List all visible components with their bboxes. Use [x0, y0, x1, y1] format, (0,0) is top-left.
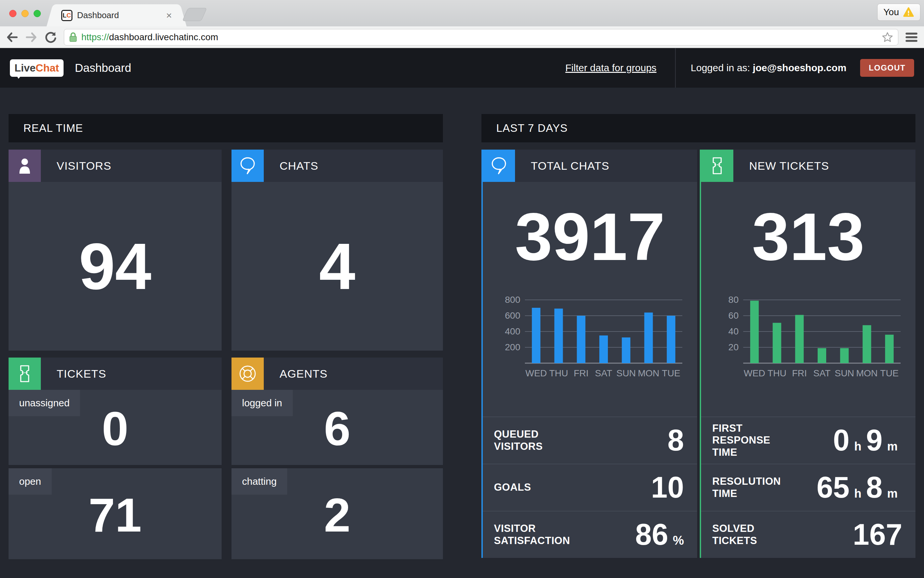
- logout-button[interactable]: LOGOUT: [860, 59, 914, 77]
- first-response-time-row: FIRST RESPONSE TIME 0h9m: [701, 417, 916, 464]
- chat-bubble-icon: [483, 149, 515, 182]
- browser-menu-icon[interactable]: [905, 32, 918, 42]
- total-chats-column: TOTAL CHATS 3917 200400600800WEDTHUFRISA…: [481, 149, 697, 558]
- svg-text:THU: THU: [768, 368, 787, 378]
- header-divider: [675, 48, 676, 88]
- tickets-tile: TICKETS unassigned 0 open 71: [8, 357, 222, 559]
- real-time-panel: REAL TIME VISITORS 94 CHATS 4: [8, 114, 443, 559]
- queued-visitors-label: QUEUED VISITORS: [494, 429, 667, 453]
- back-button[interactable]: [6, 32, 18, 43]
- svg-text:FRI: FRI: [574, 368, 589, 378]
- url-scheme: https://: [81, 32, 109, 42]
- svg-text:400: 400: [505, 326, 520, 336]
- solved-tickets-row: SOLVED TICKETS 167: [701, 511, 916, 558]
- livechat-logo: LiveChat: [10, 59, 63, 77]
- svg-text:SUN: SUN: [617, 368, 636, 378]
- reload-button[interactable]: [44, 31, 57, 44]
- agents-tile: AGENTS logged in 6 chatting 2: [231, 357, 443, 559]
- solved-tickets-value: 167: [853, 518, 902, 552]
- resolution-time-value: 65h8m: [817, 471, 902, 505]
- solved-tickets-label: SOLVED TICKETS: [712, 523, 853, 547]
- svg-text:MON: MON: [638, 368, 659, 378]
- address-bar[interactable]: https://dashboard.livechatinc.com: [64, 29, 898, 45]
- new-tickets-column: NEW TICKETS 313 20406080WEDTHUFRISATSUNM…: [700, 149, 916, 558]
- tickets-unassigned-badge: unassigned: [8, 390, 80, 416]
- url-text: https://dashboard.livechatinc.com: [81, 32, 218, 42]
- filter-data-for-groups-link[interactable]: Filter data for groups: [565, 62, 657, 73]
- visitor-satisfaction-label: VISITOR SATISFACTION: [494, 523, 635, 547]
- close-tab-icon[interactable]: ×: [166, 11, 172, 20]
- agents-tile-label: AGENTS: [280, 367, 328, 380]
- svg-text:800: 800: [505, 295, 520, 305]
- visitor-satisfaction-row: VISITOR SATISFACTION 86%: [483, 511, 697, 558]
- browser-tab[interactable]: LC Dashboard ×: [55, 4, 178, 26]
- new-tickets-label: NEW TICKETS: [749, 159, 829, 172]
- last-7-days-panel-title: LAST 7 DAYS: [481, 114, 916, 142]
- resolution-time-label: RESOLUTION TIME: [712, 476, 817, 500]
- new-tickets-chart: 20406080WEDTHUFRISATSUNMONTUE: [701, 291, 916, 388]
- window-controls: [9, 10, 41, 17]
- first-response-time-value: 0h9m: [833, 424, 902, 457]
- svg-text:600: 600: [505, 310, 520, 321]
- dashboard-content: REAL TIME VISITORS 94 CHATS 4: [0, 88, 924, 559]
- svg-text:WED: WED: [525, 368, 547, 378]
- forward-button[interactable]: [25, 32, 37, 43]
- agents-chatting-badge: chatting: [231, 468, 287, 495]
- new-tab-button[interactable]: [182, 8, 207, 21]
- url-host: dashboard.livechatinc.com: [109, 32, 218, 42]
- svg-text:WED: WED: [744, 368, 765, 378]
- goals-value: 10: [651, 471, 684, 505]
- tickets-unassigned-row: unassigned 0: [8, 390, 222, 465]
- logged-in-as-text: Logged in as: joe@shoeshop.com: [691, 62, 846, 73]
- svg-text:TUE: TUE: [880, 368, 899, 378]
- browser-tab-strip: LC Dashboard × You: [0, 0, 924, 26]
- goals-row: GOALS 10: [483, 464, 697, 511]
- svg-text:MON: MON: [856, 368, 877, 378]
- svg-text:SAT: SAT: [813, 368, 830, 378]
- tickets-tile-label: TICKETS: [57, 367, 106, 380]
- svg-text:SUN: SUN: [835, 368, 854, 378]
- new-tickets-count: 313: [701, 182, 916, 291]
- ssl-lock-icon: [69, 32, 78, 42]
- visitors-tile-label: VISITORS: [57, 159, 111, 172]
- close-window-button[interactable]: [9, 10, 16, 17]
- first-response-time-label: FIRST RESPONSE TIME: [712, 422, 833, 459]
- chats-tile-label: CHATS: [280, 159, 319, 172]
- bookmark-star-icon[interactable]: [882, 31, 893, 43]
- last-7-days-panel: LAST 7 DAYS TOTAL CHATS 3917 20040060080…: [481, 114, 916, 559]
- page-title: Dashboard: [75, 61, 131, 75]
- svg-text:SAT: SAT: [595, 368, 612, 378]
- agents-logged-in-row: logged in 6: [231, 390, 443, 465]
- total-chats-count: 3917: [483, 182, 697, 291]
- svg-text:TUE: TUE: [662, 368, 680, 378]
- svg-text:60: 60: [728, 310, 739, 321]
- lifebuoy-icon: [231, 357, 264, 390]
- tickets-open-badge: open: [8, 468, 52, 495]
- total-chats-chart: 200400600800WEDTHUFRISATSUNMONTUE: [483, 291, 697, 388]
- queued-visitors-value: 8: [667, 424, 684, 457]
- app-header: LiveChat Dashboard Filter data for group…: [0, 48, 924, 88]
- bar-chart-svg: 200400600800WEDTHUFRISATSUNMONTUE: [483, 291, 697, 388]
- svg-text:200: 200: [505, 342, 520, 352]
- svg-text:40: 40: [728, 326, 739, 336]
- svg-text:THU: THU: [549, 368, 568, 378]
- svg-text:80: 80: [728, 295, 739, 305]
- profile-you-badge[interactable]: You: [877, 3, 921, 21]
- svg-text:FRI: FRI: [792, 368, 807, 378]
- total-chats-label: TOTAL CHATS: [531, 159, 609, 172]
- goals-label: GOALS: [494, 481, 651, 494]
- visitors-tile: VISITORS 94: [8, 149, 222, 351]
- bar-chart-svg: 20406080WEDTHUFRISATSUNMONTUE: [701, 291, 916, 388]
- resolution-time-row: RESOLUTION TIME 65h8m: [701, 464, 916, 511]
- queued-visitors-row: QUEUED VISITORS 8: [483, 417, 697, 464]
- svg-text:20: 20: [728, 342, 739, 352]
- tab-title: Dashboard: [77, 10, 161, 20]
- real-time-panel-title: REAL TIME: [8, 114, 443, 142]
- profile-you-label: You: [884, 7, 899, 18]
- agents-logged-in-badge: logged in: [231, 390, 293, 416]
- zoom-window-button[interactable]: [34, 10, 41, 17]
- ticket-icon: [701, 149, 733, 182]
- browser-toolbar: https://dashboard.livechatinc.com: [0, 26, 924, 48]
- minimize-window-button[interactable]: [21, 10, 29, 17]
- chats-tile: CHATS 4: [231, 149, 443, 351]
